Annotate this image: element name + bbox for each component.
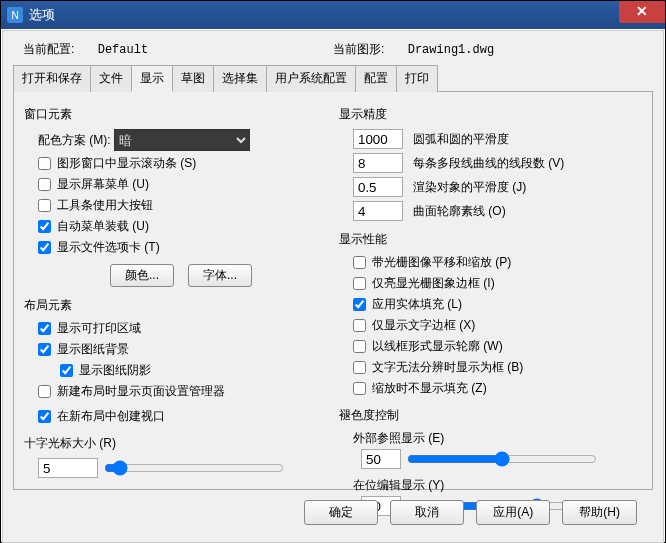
- highlight-frame-checkbox[interactable]: [353, 277, 366, 290]
- auto-menu-load-option[interactable]: 自动菜单装载 (U): [38, 218, 149, 235]
- paper-shadow-checkbox[interactable]: [60, 364, 73, 377]
- solid-fill-option[interactable]: 应用实体填充 (L): [353, 296, 462, 313]
- fonts-button[interactable]: 字体...: [188, 264, 252, 287]
- scrollbars-checkbox[interactable]: [38, 157, 51, 170]
- tab-panel: 窗口元素 配色方案 (M): 暗 图形窗口中显示滚动条 (S) 显示屏幕菜单 (…: [13, 92, 653, 490]
- crosshair-input[interactable]: [38, 458, 98, 478]
- tab-file[interactable]: 文件: [90, 65, 132, 92]
- page-setup-mgr-option[interactable]: 新建布局时显示页面设置管理器: [38, 383, 225, 400]
- render-smooth-label: 渲染对象的平滑度 (J): [413, 179, 526, 196]
- left-column: 窗口元素 配色方案 (M): 暗 图形窗口中显示滚动条 (S) 显示屏幕菜单 (…: [24, 102, 327, 479]
- no-zoom-fill-checkbox[interactable]: [353, 382, 366, 395]
- window-elements-title: 窗口元素: [24, 106, 327, 123]
- current-config-label: 当前配置:: [23, 42, 74, 56]
- page-setup-mgr-checkbox[interactable]: [38, 385, 51, 398]
- solid-fill-checkbox[interactable]: [353, 298, 366, 311]
- options-dialog: N 选项 ✕ 当前配置: Default 当前图形: Drawing1.dwg …: [0, 0, 666, 543]
- arc-smooth-label: 圆弧和圆的平滑度: [413, 131, 509, 148]
- surface-contour-input[interactable]: [353, 201, 403, 221]
- window-title: 选项: [29, 6, 55, 24]
- titlebar: N 选项 ✕: [1, 1, 665, 29]
- raster-pan-checkbox[interactable]: [353, 256, 366, 269]
- tab-display[interactable]: 显示: [131, 65, 173, 92]
- arc-smooth-input[interactable]: [353, 129, 403, 149]
- xref-fade-slider[interactable]: [407, 451, 597, 467]
- file-tabs-option[interactable]: 显示文件选项卡 (T): [38, 239, 160, 256]
- inplace-fade-label: 在位编辑显示 (Y): [339, 477, 642, 494]
- close-button[interactable]: ✕: [619, 1, 665, 23]
- tab-strip: 打开和保存 文件 显示 草图 选择集 用户系统配置 配置 打印: [13, 64, 653, 92]
- xref-fade-input[interactable]: [361, 449, 401, 469]
- highlight-frame-option[interactable]: 仅亮显光栅图象边框 (I): [353, 275, 495, 292]
- color-scheme-label: 配色方案 (M):: [38, 132, 111, 149]
- header-row: 当前配置: Default 当前图形: Drawing1.dwg: [13, 37, 653, 64]
- content-area: 当前配置: Default 当前图形: Drawing1.dwg 打开和保存 文…: [2, 30, 664, 543]
- fade-title: 褪色度控制: [339, 407, 642, 424]
- wireframe-option[interactable]: 以线框形式显示轮廓 (W): [353, 338, 503, 355]
- poly-segments-label: 每条多段线曲线的线段数 (V): [413, 155, 564, 172]
- text-bound-option[interactable]: 文字无法分辨时显示为框 (B): [353, 359, 523, 376]
- crosshair-slider[interactable]: [104, 460, 284, 476]
- current-drawing-value: Drawing1.dwg: [408, 43, 494, 57]
- large-buttons-option[interactable]: 工具条使用大按钮: [38, 197, 153, 214]
- no-zoom-fill-option[interactable]: 缩放时不显示填充 (Z): [353, 380, 487, 397]
- print-area-option[interactable]: 显示可打印区域: [38, 320, 141, 337]
- xref-fade-label: 外部参照显示 (E): [339, 430, 642, 447]
- tab-user-system[interactable]: 用户系统配置: [266, 65, 356, 92]
- wireframe-checkbox[interactable]: [353, 340, 366, 353]
- crosshair-title: 十字光标大小 (R): [24, 435, 327, 452]
- apply-button[interactable]: 应用(A): [476, 500, 550, 525]
- performance-title: 显示性能: [339, 231, 642, 248]
- current-drawing-label: 当前图形:: [333, 42, 384, 56]
- screen-menu-option[interactable]: 显示屏幕菜单 (U): [38, 176, 149, 193]
- paper-shadow-option[interactable]: 显示图纸阴影: [60, 362, 151, 379]
- paper-bg-checkbox[interactable]: [38, 343, 51, 356]
- right-column: 显示精度 圆弧和圆的平滑度 每条多段线曲线的线段数 (V) 渲染对象的平滑度 (…: [339, 102, 642, 479]
- help-button[interactable]: 帮助(H): [562, 500, 637, 525]
- color-scheme-select[interactable]: 暗: [114, 129, 250, 151]
- create-viewport-checkbox[interactable]: [38, 410, 51, 423]
- current-config-value: Default: [98, 43, 148, 57]
- poly-segments-input[interactable]: [353, 153, 403, 173]
- app-icon: N: [7, 7, 23, 23]
- render-smooth-input[interactable]: [353, 177, 403, 197]
- print-area-checkbox[interactable]: [38, 322, 51, 335]
- tab-sketch[interactable]: 草图: [172, 65, 214, 92]
- layout-elements-title: 布局元素: [24, 297, 327, 314]
- ok-button[interactable]: 确定: [304, 500, 378, 525]
- text-frame-checkbox[interactable]: [353, 319, 366, 332]
- tab-open-save[interactable]: 打开和保存: [13, 65, 91, 92]
- tab-selection[interactable]: 选择集: [213, 65, 267, 92]
- surface-contour-label: 曲面轮廓素线 (O): [413, 203, 506, 220]
- colors-button[interactable]: 颜色...: [110, 264, 174, 287]
- text-frame-option[interactable]: 仅显示文字边框 (X): [353, 317, 475, 334]
- tab-print[interactable]: 打印: [396, 65, 438, 92]
- raster-pan-option[interactable]: 带光栅图像平移和缩放 (P): [353, 254, 511, 271]
- create-viewport-option[interactable]: 在新布局中创建视口: [38, 408, 165, 425]
- tab-profile[interactable]: 配置: [355, 65, 397, 92]
- auto-menu-load-checkbox[interactable]: [38, 220, 51, 233]
- screen-menu-checkbox[interactable]: [38, 178, 51, 191]
- paper-bg-option[interactable]: 显示图纸背景: [38, 341, 129, 358]
- file-tabs-checkbox[interactable]: [38, 241, 51, 254]
- cancel-button[interactable]: 取消: [390, 500, 464, 525]
- scrollbars-option[interactable]: 图形窗口中显示滚动条 (S): [38, 155, 196, 172]
- large-buttons-checkbox[interactable]: [38, 199, 51, 212]
- precision-title: 显示精度: [339, 106, 642, 123]
- text-bound-checkbox[interactable]: [353, 361, 366, 374]
